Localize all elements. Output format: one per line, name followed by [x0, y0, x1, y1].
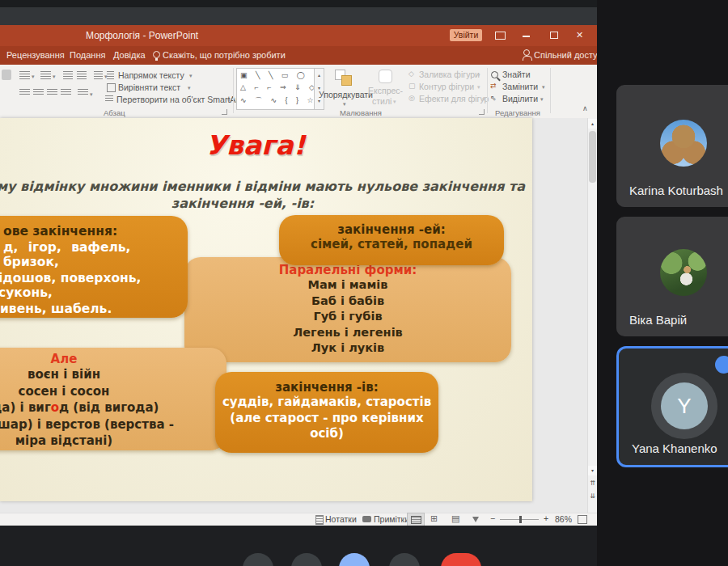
zoom-level[interactable]: 86%	[555, 514, 572, 524]
increase-indent-icon[interactable]	[77, 71, 87, 79]
smartart-caret[interactable]: ▾	[227, 97, 231, 103]
participant-name: Yana Khanenko	[632, 441, 717, 455]
scroll-down-button[interactable]: ▾	[588, 466, 597, 475]
shape-outline-caret[interactable]: ▾	[477, 84, 480, 90]
select-caret[interactable]: ▾	[540, 96, 544, 102]
justify-icon[interactable]	[61, 89, 71, 96]
tab-view[interactable]: Подання	[70, 50, 105, 60]
shapes-gallery-scroll[interactable]: ▴ ▾ ▾	[314, 68, 324, 110]
zoom-slider-thumb[interactable]	[519, 516, 522, 523]
sign-in-button[interactable]: Увійти	[450, 29, 482, 41]
clipboard-partial-icon[interactable]	[2, 70, 11, 80]
participant-tile-active[interactable]: Y Yana Khanenko	[616, 346, 728, 467]
double-down-arrow-icon: ⇊	[590, 492, 595, 500]
text-line: Мам і мамів	[184, 277, 511, 294]
text-direction-button[interactable]: Напрямок тексту	[118, 70, 184, 80]
shape-effects-button[interactable]: Ефекти для фігур	[419, 94, 489, 103]
slide-title: Увага!	[0, 129, 511, 161]
scroll-up-button[interactable]: ▴	[588, 119, 597, 129]
window-title: Морфологія - PowerPoint	[86, 30, 198, 41]
slide-canvas[interactable]: Увага! довому відмінку множини іменники …	[0, 118, 532, 501]
comments-button[interactable]: Примітки	[374, 514, 409, 524]
scrollbar-thumb[interactable]	[589, 131, 596, 183]
columns-icon[interactable]	[78, 89, 88, 96]
participant-name: Karina Koturbash	[629, 184, 723, 197]
maximize-icon[interactable]	[550, 32, 558, 39]
quick-styles-icon	[379, 70, 392, 83]
shape-fill-button[interactable]: Заливка фігури	[419, 70, 480, 79]
text-direction-caret[interactable]: ▾	[189, 73, 193, 78]
lightbulb-icon	[153, 51, 160, 58]
text-fragment: игода) і виг	[0, 400, 51, 415]
avatar	[660, 249, 707, 296]
quick-styles-caret[interactable]: ▾	[393, 99, 396, 104]
zoom-out-button[interactable]: −	[490, 513, 495, 523]
arrange-caret[interactable]: ▾	[343, 101, 346, 107]
quick-styles-button-line1[interactable]: Експрес-	[368, 86, 403, 95]
zero-ending-heading: ове закінчення:	[3, 224, 176, 239]
select-button[interactable]: Виділити	[502, 94, 538, 103]
shapes-row[interactable]: ▣ ╲ ╲ ▭ ◯ ▭	[240, 71, 324, 79]
numbered-list-caret[interactable]: ▾	[53, 74, 56, 79]
bullet-list-caret[interactable]: ▾	[32, 74, 35, 79]
align-text-button[interactable]: Вирівняти текст	[118, 82, 180, 92]
collapse-ribbon-icon[interactable]: ∧	[582, 104, 588, 112]
text-line: суддів, гайдамаків, старостів	[215, 395, 438, 411]
tell-me-box[interactable]: Скажіть, що потрібно зробити	[163, 50, 286, 60]
up-arrow-icon: ▴	[591, 121, 594, 126]
shapes-scroll-up-icon[interactable]: ▴	[318, 73, 320, 78]
normal-view-button[interactable]	[407, 513, 425, 526]
tab-help[interactable]: Довідка	[113, 50, 146, 60]
replace-caret[interactable]: ▾	[542, 84, 545, 90]
participant-tile[interactable]: Віка Варій	[616, 217, 728, 336]
decrease-indent-icon[interactable]	[63, 71, 73, 79]
bullet-list-icon[interactable]	[19, 71, 30, 79]
smartart-button[interactable]: Перетворити на об'єкт SmartArt	[116, 95, 241, 104]
arrange-button[interactable]: Упорядкувати	[319, 90, 373, 99]
slide-sorter-view-button[interactable]: ⊞	[430, 513, 438, 524]
reading-view-button[interactable]: ▤	[451, 513, 459, 524]
text-line: осіб)	[215, 426, 438, 442]
ale-lines: воєн і війн сосен і сосон игода) і вигод…	[0, 366, 226, 450]
minimize-icon[interactable]	[523, 36, 530, 37]
fit-to-window-icon[interactable]	[578, 515, 587, 524]
tab-review[interactable]: Рецензування	[6, 50, 65, 60]
close-icon[interactable]: ✕	[576, 30, 583, 40]
share-button[interactable]: Спільний доступ	[534, 50, 603, 60]
ribbon-separator	[233, 68, 234, 113]
shapes-row[interactable]: △ ⌐ ⌐ ⇒ ⇓ ◇	[240, 83, 318, 91]
slideshow-view-button[interactable]	[472, 517, 479, 522]
notes-button[interactable]: Нотатки	[325, 514, 357, 524]
ribbon-display-options-icon[interactable]	[495, 32, 506, 40]
zoom-in-button[interactable]: +	[544, 513, 548, 523]
align-center-icon[interactable]	[33, 89, 44, 96]
text-line: воєн і війн	[0, 366, 226, 383]
next-slide-button[interactable]: ⇊	[588, 492, 597, 501]
replace-button[interactable]: Замінити	[502, 82, 538, 91]
text-line: сосен і сосон	[0, 383, 226, 400]
paragraph-dialog-launcher-icon[interactable]	[222, 109, 227, 115]
align-text-caret[interactable]: ▾	[188, 85, 191, 91]
screen-share-title-strip	[0, 7, 597, 25]
shape-outline-button[interactable]: Контур фігури	[419, 82, 474, 91]
shape-fill-caret[interactable]: ▾	[477, 72, 480, 78]
quick-styles-button-line2[interactable]: стилі	[372, 96, 392, 106]
replace-icon: ⇄	[490, 82, 497, 90]
shapes-row[interactable]: ∿ ⌒ ∿ { } ☆	[240, 95, 317, 106]
ale-exceptions-box: Але воєн і війн сосен і сосон игода) і в…	[0, 348, 226, 450]
align-right-icon[interactable]	[47, 89, 57, 96]
drawing-dialog-launcher-icon[interactable]	[479, 109, 485, 115]
slide-subtitle: довому відмінку множини іменники і відмі…	[0, 178, 532, 212]
shapes-gallery[interactable]: ▣ ╲ ╲ ▭ ◯ ▭ △ ⌐ ⌐ ⇒ ⇓ ◇ ∿ ⌒ ∿ { } ☆	[236, 68, 315, 110]
text-line: ивень, шабель.	[0, 302, 176, 316]
shape-effects-caret[interactable]: ▾	[482, 96, 485, 102]
find-button[interactable]: Знайти	[502, 70, 531, 79]
down-arrow-icon: ▾	[591, 468, 594, 473]
line-spacing-icon[interactable]	[94, 71, 103, 80]
subtitle-line: довому відмінку множини іменники і відмі…	[0, 178, 532, 195]
previous-slide-button[interactable]: ⇈	[588, 479, 597, 488]
numbered-list-icon[interactable]	[40, 71, 51, 79]
columns-caret[interactable]: ▾	[90, 91, 93, 97]
participant-tile[interactable]: Karina Koturbash	[616, 85, 728, 207]
align-left-icon[interactable]	[19, 89, 30, 96]
